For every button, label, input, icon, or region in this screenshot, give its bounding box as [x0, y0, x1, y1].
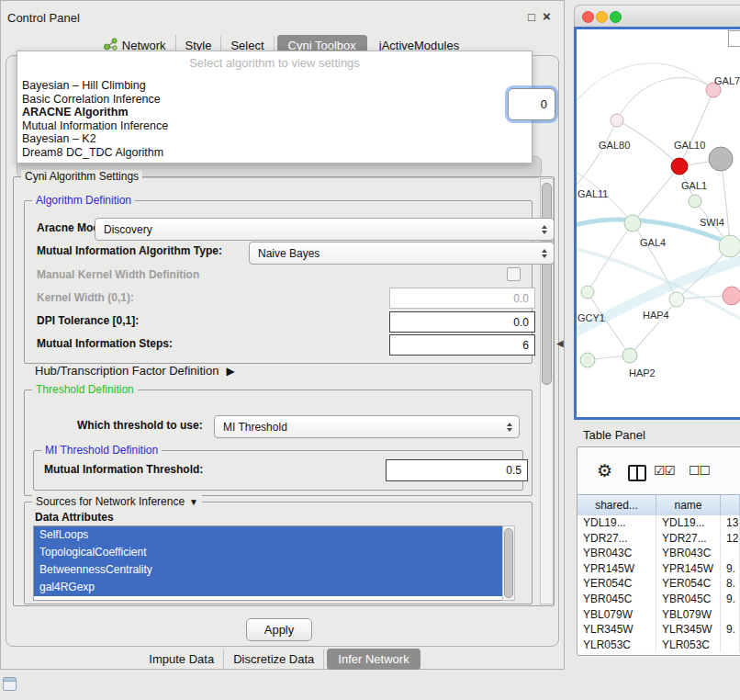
kernel-width-field[interactable]: 0.0	[389, 288, 535, 309]
algorithm-option[interactable]: Dream8 DC_TDC Algorithm	[17, 146, 532, 160]
selected-value: Discovery	[104, 223, 152, 236]
table-cell: YBR043C	[577, 546, 656, 561]
table-cell: YBR045C	[656, 592, 721, 607]
sources-title[interactable]: Sources for Network Inference ▼	[32, 495, 202, 508]
network-edge[interactable]	[633, 166, 679, 223]
table-cell: YBR045C	[577, 592, 656, 607]
table-row[interactable]: YPR145WYPR145W9.	[577, 561, 740, 577]
tab-label: Impute Data	[149, 652, 214, 666]
table-row[interactable]: YDR27...YDR27...12	[577, 531, 740, 547]
table-cell: 9.	[721, 561, 740, 577]
network-edge[interactable]	[577, 120, 617, 191]
panel-collapse-icon[interactable]: ◀	[556, 338, 564, 348]
group-title: Cyni Algorithm Settings	[21, 170, 142, 183]
table-row[interactable]: YBL079WYBL079W	[577, 607, 740, 623]
close-traffic-light[interactable]	[582, 11, 594, 23]
tab-discretize-data[interactable]: Discretize Data	[224, 649, 324, 669]
table-row[interactable]: YBR043CYBR043C	[577, 546, 740, 561]
attribute-item[interactable]: BetweennessCentrality	[34, 561, 503, 579]
attribute-item[interactable]: TopologicalCoefficient	[34, 544, 503, 561]
column-header[interactable]	[721, 495, 740, 516]
mi-type-label: Mutual Information Algorithm Type:	[37, 244, 222, 257]
mi-steps-field[interactable]: 6	[389, 334, 535, 356]
kernel-width-label: Kernel Width (0,1):	[37, 291, 134, 304]
attribute-item[interactable]: SelfLoops	[34, 526, 503, 544]
algorithm-option[interactable]: Bayesian – K2	[17, 132, 532, 146]
which-threshold-select[interactable]: MI Threshold	[214, 415, 520, 438]
attribute-item[interactable]: gal4RGexp	[34, 579, 503, 596]
column-header[interactable]: shared...	[577, 495, 656, 516]
network-node[interactable]	[611, 114, 623, 127]
node-label: GAL4	[640, 237, 666, 248]
column-header[interactable]: name	[656, 495, 721, 516]
mi-type-select[interactable]: Naive Bayes	[249, 242, 555, 265]
hub-definition-expander[interactable]: Hub/Transcription Factor Definition ▶	[35, 364, 235, 378]
network-canvas[interactable]: GAL7GAL80GAL10GAL11GAL1SWI4GAL4GCY1HAP4H…	[577, 29, 740, 412]
desktop: { "window": { "title": "Control Panel" }…	[0, 0, 740, 700]
algorithm-option[interactable]: Bayesian – Hill Climbing	[17, 79, 532, 93]
network-edge[interactable]	[617, 77, 713, 120]
table-cell: YLR345W	[577, 622, 656, 638]
data-attributes-list[interactable]: SelfLoopsTopologicalCoefficientBetweenne…	[33, 525, 504, 601]
network-window-titlebar[interactable]	[574, 5, 740, 28]
column-settings-icon[interactable]	[628, 465, 646, 481]
dpi-tolerance-field[interactable]: 0.0	[389, 311, 535, 333]
table-cell	[721, 607, 740, 623]
tab-impute-data[interactable]: Impute Data	[140, 649, 224, 669]
table-cell: YBL079W	[656, 607, 721, 623]
collapse-down-icon[interactable]: ▼	[189, 497, 198, 507]
table-row[interactable]: YLR053CYLR053C	[577, 638, 740, 653]
algorithm-option[interactable]: Mutual Information Inference	[17, 119, 532, 133]
table-cell: YLR345W	[656, 622, 721, 638]
table-cell: YLR053C	[656, 638, 721, 653]
table-cell: YDR27...	[577, 531, 656, 547]
dock-panel-icon[interactable]	[3, 677, 17, 691]
network-node[interactable]	[689, 195, 701, 208]
manual-kernel-checkbox[interactable]	[507, 267, 521, 281]
select-all-checks-icon[interactable]: ☑☑	[654, 463, 675, 478]
network-node[interactable]	[669, 292, 684, 307]
attributes-scrollbar[interactable]	[502, 525, 515, 601]
float-window-icon[interactable]: □	[528, 11, 535, 23]
network-node[interactable]	[580, 353, 595, 367]
table-cell: 12	[721, 531, 740, 547]
algorithm-option[interactable]: Basic Correlation Inference	[17, 93, 532, 107]
focused-spinner[interactable]: 0	[508, 88, 555, 120]
sources-title-label: Sources for Network Inference	[36, 495, 185, 508]
table-cell: YBR043C	[656, 546, 721, 561]
table-row[interactable]: YER054CYER054C8.	[577, 576, 740, 592]
tab-infer-network[interactable]: Infer Network	[327, 649, 420, 670]
network-edge[interactable]	[577, 63, 713, 107]
network-node[interactable]	[671, 158, 688, 175]
aracne-mode-select[interactable]: Discovery	[95, 218, 555, 241]
network-node[interactable]	[581, 286, 594, 299]
network-node[interactable]	[709, 147, 733, 171]
network-edge[interactable]	[630, 299, 677, 356]
table-row[interactable]: YDL19...YDL19...13	[577, 515, 740, 531]
gear-icon[interactable]: ⚙	[597, 462, 612, 480]
table-row[interactable]: YBR045CYBR045C9.	[577, 592, 740, 607]
table-row[interactable]: YLR345WYLR345W9.	[577, 622, 740, 638]
network-node[interactable]	[723, 287, 740, 305]
network-edge[interactable]	[679, 90, 713, 166]
zoom-traffic-light[interactable]	[610, 11, 622, 23]
minimize-traffic-light[interactable]	[596, 11, 608, 23]
deselect-all-checks-icon[interactable]: ☐☐	[689, 463, 710, 478]
network-edge[interactable]	[721, 159, 730, 246]
node-label: GAL7	[714, 75, 740, 86]
table-header[interactable]: shared... name	[577, 494, 740, 517]
apply-button[interactable]: Apply	[246, 618, 312, 641]
attributes-scrollbar-thumb[interactable]	[504, 528, 513, 598]
table-cell: 13	[721, 515, 740, 531]
network-node[interactable]	[719, 235, 740, 257]
combo-arrows-icon	[507, 423, 512, 432]
close-icon[interactable]: ×	[543, 10, 551, 22]
settings-scrollbar-thumb[interactable]	[542, 183, 552, 385]
expand-right-icon[interactable]: ▶	[226, 365, 234, 378]
mi-threshold-field[interactable]: 0.5	[386, 459, 528, 481]
network-node[interactable]	[622, 348, 637, 363]
network-scrollbar-corner[interactable]	[728, 30, 740, 47]
algorithm-option[interactable]: ARACNE Algorithm	[17, 106, 532, 119]
network-node[interactable]	[624, 215, 641, 231]
selected-value: Naive Bayes	[258, 247, 320, 260]
